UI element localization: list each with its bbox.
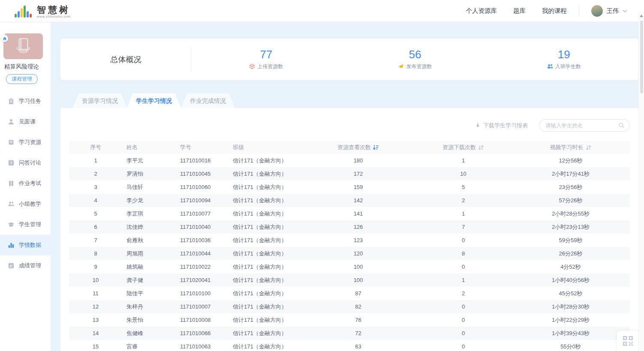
sidebar-item-bar-chart[interactable]: 学情数据	[0, 235, 51, 255]
course-card[interactable]	[3, 33, 43, 59]
logo-bars-icon	[15, 4, 33, 18]
search-icon[interactable]	[618, 122, 625, 130]
table-cell: 1	[69, 154, 122, 167]
brand-name: 智慧树	[37, 5, 71, 14]
table-cell: 180	[301, 154, 415, 167]
table-cell: 2小时23分13秒	[512, 220, 630, 234]
table-row[interactable]: 3马佳轩1171010060信计171（金融方向）159523分56秒	[69, 180, 630, 194]
table-cell: 0	[415, 313, 512, 327]
table-cell: 26分26秒	[512, 247, 630, 260]
brand-logo[interactable]: 智慧树 www.zhihuishu.com	[15, 4, 71, 18]
nav-link[interactable]: 个人资源库	[466, 7, 497, 15]
table-cell: 1171020041	[176, 273, 229, 287]
scrollbar[interactable]	[638, 12, 644, 351]
table-cell: 8	[415, 247, 512, 260]
table-row[interactable]: 11陆佳平1171010100信计171（金融方向）87245分52秒	[69, 287, 630, 300]
table-header-row: 序号姓名学号班级资源查看次数资源下载次数视频学习时长	[69, 141, 630, 154]
sidebar-menu: 学习任务见面课学习资源?问答讨论作业考试小组教学学生管理学情数据A+成绩管理	[0, 91, 51, 276]
table-row[interactable]: 9姚筑融1171010022信计171（金融方向）10004分52秒	[69, 260, 630, 273]
sidebar-item-book[interactable]: 学习资源	[0, 132, 51, 153]
sort-desc-active-icon[interactable]	[373, 145, 379, 150]
sidebar-item-exam[interactable]: 作业考试	[0, 173, 51, 194]
sidebar-item-question[interactable]: ?问答讨论	[0, 153, 51, 173]
sidebar-item-grade[interactable]: A+成绩管理	[0, 255, 51, 276]
table-cell: 10	[415, 167, 512, 180]
scrollbar-thumb[interactable]	[640, 21, 643, 93]
table-cell: 6	[69, 220, 122, 234]
table-cell: 1	[415, 154, 512, 167]
table-cell: 1小时28分30秒	[512, 300, 630, 313]
table-cell: 5	[69, 207, 122, 220]
table-cell: 龚子健	[122, 273, 176, 287]
table-cell: 11	[69, 287, 122, 300]
table-cell: 7	[415, 220, 512, 234]
nav-link[interactable]: 我的课程	[542, 7, 567, 15]
sort-icon[interactable]	[478, 145, 484, 150]
table-cell: 120	[301, 247, 415, 260]
svg-text:+: +	[12, 264, 13, 266]
table-row[interactable]: 5李芷琪1171010077信计171（金融方向）14112小时28分55秒	[69, 207, 630, 220]
user-name: 王伟	[607, 7, 619, 15]
qr-code-button[interactable]	[617, 331, 638, 351]
course-manage-badge[interactable]: 课程管理	[6, 74, 38, 84]
tab-item[interactable]: 作业完成情况	[181, 93, 235, 108]
tab-active[interactable]: 学生学习情况	[127, 93, 181, 108]
table-cell: 23分56秒	[512, 180, 630, 194]
sidebar-item-label: 作业考试	[19, 180, 41, 187]
stat-label: 入班学生数	[555, 63, 581, 70]
column-header-inner: 学号	[180, 144, 191, 151]
user-menu[interactable]: 王伟	[591, 5, 627, 17]
tabs: 资源学习情况学生学习情况作业完成情况	[60, 93, 638, 108]
download-report-button[interactable]: 下载学生学习报表	[475, 122, 528, 129]
table-row[interactable]: 4李少龙1171010094信计171（金融方向）142257分26秒	[69, 194, 630, 207]
column-header[interactable]: 视频学习时长	[512, 141, 630, 154]
table-cell: 3	[69, 180, 122, 194]
column-header-inner: 视频学习时长	[550, 144, 592, 151]
sidebar-item-person[interactable]: 见面课	[0, 111, 51, 132]
table-cell: 87	[301, 287, 415, 300]
table-row[interactable]: 10龚子健1171020041信计171（金融方向）10011小时40分56秒	[69, 273, 630, 287]
exam-icon	[8, 180, 15, 187]
table-cell: 信计171（金融方向）	[229, 300, 301, 313]
sidebar-item-group[interactable]: 小组教学	[0, 194, 51, 214]
sidebar-item-label: 学情数据	[19, 241, 41, 249]
scrollbar-up-arrow[interactable]	[640, 15, 643, 17]
graduation-cap-icon	[8, 221, 15, 228]
table-cell: 123	[301, 234, 415, 247]
table-cell: 59分59秒	[512, 234, 630, 247]
table-row[interactable]: 15宫睿1171010063信计171（金融方向）63055分0秒	[69, 340, 630, 351]
cube-icon	[249, 63, 255, 69]
overview-stats: 77上传资源数56发布资源数19入班学生数	[192, 48, 638, 70]
table-cell: 姚筑融	[122, 260, 176, 273]
svg-text:?: ?	[10, 161, 12, 165]
table-cell: 信计171（金融方向）	[229, 207, 301, 220]
table-row[interactable]: 13朱景怡1171010008信计171（金融方向）7601小时22分29秒	[69, 313, 630, 327]
table-cell: 2小时17分41秒	[512, 167, 630, 180]
table-cell: 朱梓丹	[122, 300, 176, 313]
column-header: 序号	[69, 141, 122, 154]
table-row[interactable]: 12朱梓丹1171010007信计171（金融方向）8201小时28分30秒	[69, 300, 630, 313]
table-row[interactable]: 14焦健峰1171010066信计171（金融方向）7201小时39分43秒	[69, 327, 630, 340]
table-cell: 9	[69, 260, 122, 273]
table-row[interactable]: 2罗清怡1171010045信计171（金融方向）172102小时17分41秒	[69, 167, 630, 180]
sort-icon[interactable]	[585, 145, 592, 150]
home-icon[interactable]	[1, 35, 8, 42]
table-cell: 0	[415, 327, 512, 340]
table-row[interactable]: 1李平元1171010016信计171（金融方向）180112分56秒	[69, 154, 630, 167]
sidebar-item-graduation-cap[interactable]: 学生管理	[0, 214, 51, 235]
search-input[interactable]	[539, 119, 630, 132]
column-header[interactable]: 资源下载次数	[415, 141, 512, 154]
table-row[interactable]: 7俞雁秋1171010036信计171（金融方向）123059分59秒	[69, 234, 630, 247]
overview-stat: 56发布资源数	[340, 48, 489, 70]
nav-link[interactable]: 题库	[513, 7, 526, 15]
table-row[interactable]: 6沈佳烨1171010040信计171（金融方向）12672小时23分13秒	[69, 220, 630, 234]
table-cell: 100	[301, 260, 415, 273]
table-cell: 2	[415, 194, 512, 207]
column-header[interactable]: 资源查看次数	[301, 141, 415, 154]
table-body: 1李平元1171010016信计171（金融方向）180112分56秒2罗清怡1…	[69, 154, 630, 351]
column-label: 视频学习时长	[550, 144, 584, 151]
table-row[interactable]: 8周旭雨1171010044信计171（金融方向）120826分26秒	[69, 247, 630, 260]
sidebar-item-clipboard[interactable]: 学习任务	[0, 91, 51, 111]
tab-item[interactable]: 资源学习情况	[73, 93, 127, 108]
table-cell: 信计171（金融方向）	[229, 247, 301, 260]
